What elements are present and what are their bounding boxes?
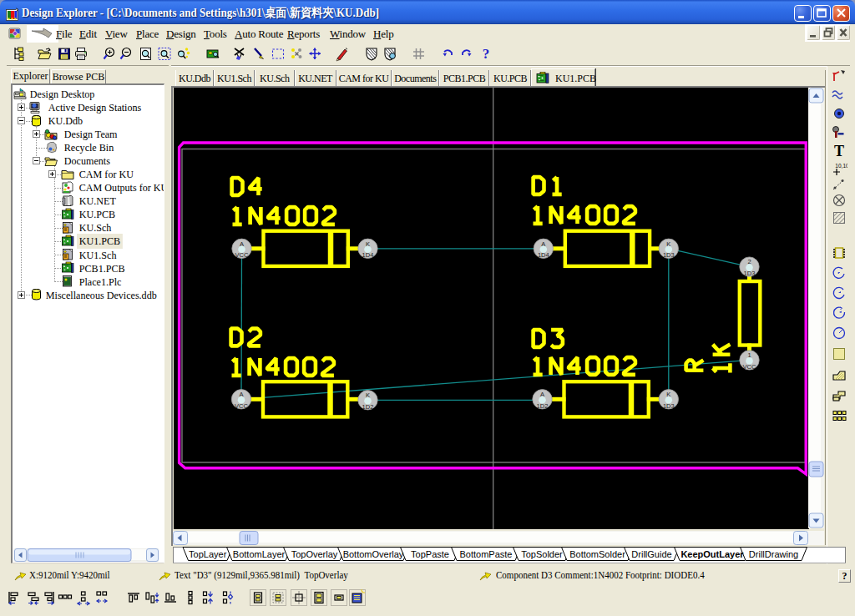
svg-text:?: ? bbox=[483, 47, 490, 62]
svg-text:TopOverlay: TopOverlay bbox=[291, 549, 338, 559]
svg-text:1D4: 1D4 bbox=[362, 251, 373, 259]
svg-text:A: A bbox=[239, 240, 243, 248]
svg-text:2: 2 bbox=[747, 258, 751, 265]
svg-text:TopSolder: TopSolder bbox=[521, 549, 563, 559]
svg-text:10,10: 10,10 bbox=[835, 163, 847, 169]
svg-text:A: A bbox=[239, 391, 243, 398]
svg-text:BottomOverlay: BottomOverlay bbox=[343, 549, 404, 559]
svg-text:TopPaste: TopPaste bbox=[411, 549, 449, 559]
svg-text:1D2: 1D2 bbox=[362, 403, 373, 411]
svg-text:1: 1 bbox=[747, 351, 751, 359]
svg-text:VCC: VCC bbox=[742, 363, 756, 371]
svg-text:DrillDrawing: DrillDrawing bbox=[749, 549, 798, 559]
svg-text:1D4: 1D4 bbox=[537, 251, 549, 259]
svg-text:BottomLayer: BottomLayer bbox=[233, 549, 286, 559]
svg-text:K: K bbox=[365, 391, 369, 399]
svg-text:BottomSolder: BottomSolder bbox=[569, 549, 625, 559]
svg-text:K: K bbox=[365, 240, 369, 248]
svg-text:1D2: 1D2 bbox=[536, 402, 548, 410]
svg-text:K: K bbox=[666, 240, 670, 248]
svg-text:VCC: VCC bbox=[235, 402, 248, 410]
svg-text:A: A bbox=[541, 240, 545, 248]
svg-text:1D3: 1D3 bbox=[662, 402, 674, 410]
svg-text:1D3: 1D3 bbox=[743, 270, 755, 277]
svg-text:BottomPaste: BottomPaste bbox=[460, 549, 513, 559]
svg-text:A: A bbox=[539, 391, 544, 398]
svg-text:TopLayer: TopLayer bbox=[189, 549, 227, 559]
svg-text:1D3: 1D3 bbox=[662, 251, 674, 259]
svg-text:VCC: VCC bbox=[235, 251, 248, 259]
svg-text:K: K bbox=[666, 391, 670, 398]
svg-text:KeepOutLayer: KeepOutLayer bbox=[680, 549, 744, 559]
svg-text:T: T bbox=[834, 143, 844, 159]
svg-text:DrillGuide: DrillGuide bbox=[631, 549, 671, 559]
